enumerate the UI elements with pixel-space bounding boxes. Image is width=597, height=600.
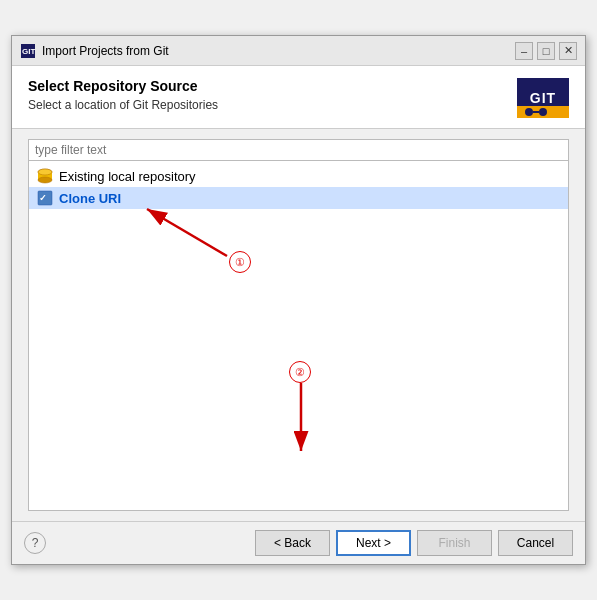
cancel-button[interactable]: Cancel	[498, 530, 573, 556]
filter-input[interactable]	[28, 139, 569, 161]
list-item-local-repo[interactable]: Existing local repository	[29, 165, 568, 187]
maximize-button[interactable]: □	[537, 42, 555, 60]
git-logo-bar	[517, 106, 569, 118]
header-section: Select Repository Source Select a locati…	[12, 66, 585, 129]
header-text: Select Repository Source Select a locati…	[28, 78, 218, 112]
title-bar: GIT Import Projects from Git – □ ✕	[12, 36, 585, 66]
svg-point-9	[38, 169, 52, 175]
footer: ? < Back Next > Finish Cancel	[12, 521, 585, 564]
finish-button[interactable]: Finish	[417, 530, 492, 556]
local-repo-icon	[37, 168, 53, 184]
header-subtitle: Select a location of Git Repositories	[28, 98, 218, 112]
svg-line-13	[147, 209, 227, 256]
window-icon: GIT	[20, 43, 36, 59]
git-logo-decoration	[523, 106, 563, 118]
arrow-svg-2	[29, 161, 568, 510]
dialog-window: GIT Import Projects from Git – □ ✕ Selec…	[11, 35, 586, 565]
window-title: Import Projects from Git	[42, 44, 169, 58]
close-button[interactable]: ✕	[559, 42, 577, 60]
git-logo-text: GIT	[530, 90, 556, 106]
git-logo: GIT	[517, 78, 569, 118]
svg-point-7	[38, 177, 52, 183]
clone-uri-icon: ✓	[37, 190, 53, 206]
title-bar-controls: – □ ✕	[515, 42, 577, 60]
annotation-1: ①	[229, 251, 251, 273]
back-button[interactable]: < Back	[255, 530, 330, 556]
svg-point-2	[525, 108, 533, 116]
help-button[interactable]: ?	[24, 532, 46, 554]
next-button[interactable]: Next >	[336, 530, 411, 556]
annotation-2: ②	[289, 361, 311, 383]
arrow-svg-1	[29, 161, 568, 510]
content-area: Existing local repository ✓ Clone URI ①	[12, 129, 585, 521]
svg-text:GIT: GIT	[22, 47, 35, 56]
repository-list: Existing local repository ✓ Clone URI ①	[28, 161, 569, 511]
svg-text:✓: ✓	[39, 193, 47, 203]
clone-uri-label: Clone URI	[59, 191, 121, 206]
list-item-clone-uri[interactable]: ✓ Clone URI	[29, 187, 568, 209]
annotation-layer: ① ②	[29, 161, 568, 510]
minimize-button[interactable]: –	[515, 42, 533, 60]
header-title: Select Repository Source	[28, 78, 218, 94]
local-repo-label: Existing local repository	[59, 169, 196, 184]
svg-point-3	[539, 108, 547, 116]
title-bar-left: GIT Import Projects from Git	[20, 43, 169, 59]
